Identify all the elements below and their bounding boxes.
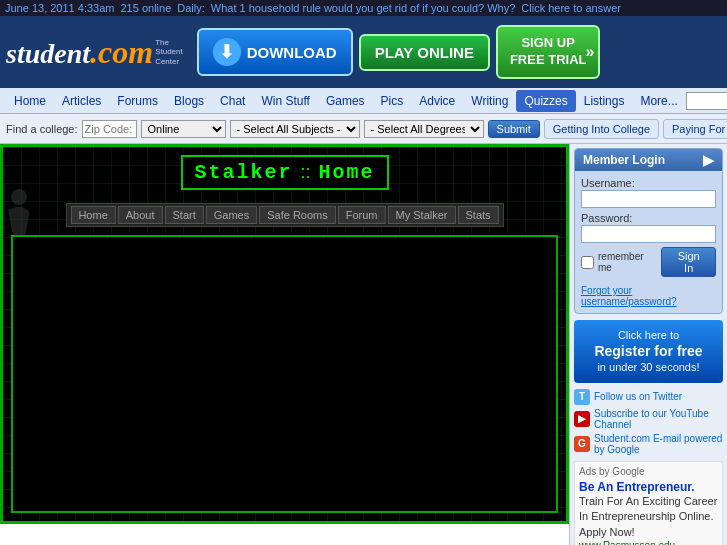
nav-blogs[interactable]: Blogs <box>166 90 212 112</box>
college-bar: Find a college: Online On Campus - Selec… <box>0 114 727 144</box>
download-label: DOWNLOAD <box>247 44 337 61</box>
mode-select[interactable]: Online On Campus <box>141 120 226 138</box>
game-nav-safe-rooms[interactable]: Safe Rooms <box>259 206 336 224</box>
game-nav-games[interactable]: Games <box>206 206 257 224</box>
password-input[interactable] <box>581 225 716 243</box>
member-login-header: Member Login ▶ <box>575 149 722 171</box>
game-nav-home[interactable]: Home <box>70 206 115 224</box>
nav-pics[interactable]: Pics <box>373 90 412 112</box>
game-title-left: Stalker <box>194 161 292 184</box>
google-link[interactable]: G Student.com E-mail powered by Google <box>574 433 723 455</box>
username-label: Username: <box>581 177 716 189</box>
social-links: T Follow us on Twitter ▶ Subscribe to ou… <box>574 389 723 455</box>
member-login-title: Member Login <box>583 153 665 167</box>
header: student.com TheStudentCenter ⬇ DOWNLOAD … <box>0 16 727 88</box>
signup-line2: FREE TRIAL <box>510 52 587 69</box>
nav-forums[interactable]: Forums <box>109 90 166 112</box>
ad-url: www.Rasmussen.edu <box>579 540 718 545</box>
signin-button[interactable]: Sign In <box>661 247 716 277</box>
game-area: Stalker :: Home Home About Start Games S… <box>0 144 569 524</box>
ad-title[interactable]: Be An Entrepreneur. <box>579 480 718 494</box>
submit-label: Submit <box>497 123 531 135</box>
download-button[interactable]: ⬇ DOWNLOAD <box>197 28 353 76</box>
daily-question: What 1 household rule would you get rid … <box>211 2 516 14</box>
logo-text: student.com <box>6 34 153 71</box>
youtube-text: Subscribe to our YouTube Channel <box>594 408 723 430</box>
ad-text: Train For An Exciting Career In Entrepre… <box>579 494 718 540</box>
google-text: Student.com E-mail powered by Google <box>594 433 723 455</box>
register-sub-text: in under 30 seconds! <box>582 360 715 374</box>
logo-tagline: TheStudentCenter <box>155 38 183 67</box>
game-nav-my-stalker[interactable]: My Stalker <box>388 206 456 224</box>
youtube-link[interactable]: ▶ Subscribe to our YouTube Channel <box>574 408 723 430</box>
game-nav-forum[interactable]: Forum <box>338 206 386 224</box>
game-nav-about[interactable]: About <box>118 206 163 224</box>
date-text: June 13, 2011 4:33am <box>5 2 114 14</box>
remember-checkbox[interactable] <box>581 256 594 269</box>
signup-line1: SIGN UP <box>510 35 587 52</box>
nav-advice[interactable]: Advice <box>411 90 463 112</box>
play-label: PLAY ONLINE <box>375 44 474 61</box>
register-click-text: Click here to <box>582 328 715 342</box>
game-title-bar: Stalker :: Home <box>180 155 388 190</box>
nav-quizzes[interactable]: Quizzes <box>516 90 575 112</box>
nav-articles[interactable]: Articles <box>54 90 109 112</box>
twitter-link[interactable]: T Follow us on Twitter <box>574 389 723 405</box>
youtube-icon: ▶ <box>574 411 590 427</box>
game-title-right: Home <box>319 161 375 184</box>
expand-icon[interactable]: ▶ <box>703 152 714 168</box>
logo-area: student.com TheStudentCenter <box>6 34 183 71</box>
register-main-text: Register for free <box>582 342 715 360</box>
twitter-icon: T <box>574 389 590 405</box>
member-login-panel: Member Login ▶ Username: Password: remem… <box>574 148 723 314</box>
forgot-link[interactable]: Forgot your username/password? <box>581 281 716 307</box>
play-online-button[interactable]: PLAY ONLINE <box>359 34 490 71</box>
top-bar: June 13, 2011 4:33am 215 online Daily: W… <box>0 0 727 16</box>
find-college-label: Find a college: <box>6 123 78 135</box>
online-count[interactable]: 215 online <box>120 2 171 14</box>
sidebar: Member Login ▶ Username: Password: remem… <box>569 144 727 545</box>
game-nav-stats[interactable]: Stats <box>458 206 499 224</box>
register-button[interactable]: Click here to Register for free in under… <box>574 320 723 383</box>
username-input[interactable] <box>581 190 716 208</box>
logo-dot: .com <box>90 34 153 70</box>
submit-button[interactable]: Submit <box>488 120 540 138</box>
signin-label: Sign In <box>678 250 700 274</box>
game-title-separator: :: <box>300 162 310 183</box>
password-label: Password: <box>581 212 716 224</box>
logo-student: student <box>6 38 90 69</box>
game-content <box>11 235 558 513</box>
click-to-answer-link[interactable]: Click here to answer <box>521 2 621 14</box>
svg-point-0 <box>11 189 27 205</box>
getting-into-college-link[interactable]: Getting Into College <box>544 119 659 139</box>
nav-chat[interactable]: Chat <box>212 90 253 112</box>
nav-search-input[interactable] <box>686 92 727 110</box>
content-wrapper: Stalker :: Home Home About Start Games S… <box>0 144 727 545</box>
zip-code-input[interactable] <box>82 120 137 138</box>
subject-select[interactable]: - Select All Subjects - <box>230 120 360 138</box>
nav-more[interactable]: More... <box>632 90 685 112</box>
ads-label: Ads by Google <box>579 466 718 477</box>
daily-label: Daily: <box>177 2 205 14</box>
nav-games[interactable]: Games <box>318 90 373 112</box>
nav-home[interactable]: Home <box>6 90 54 112</box>
google-icon: G <box>574 436 590 452</box>
nav-listings[interactable]: Listings <box>576 90 633 112</box>
game-sub-nav: Home About Start Games Safe Rooms Forum … <box>65 203 503 227</box>
remember-row: remember me Sign In <box>581 247 716 277</box>
login-body: Username: Password: remember me Sign In … <box>575 171 722 313</box>
ads-area: Ads by Google Be An Entrepreneur. Train … <box>574 461 723 545</box>
main-nav: Home Articles Forums Blogs Chat Win Stuf… <box>0 88 727 114</box>
signup-button[interactable]: SIGN UP FREE TRIAL <box>496 25 601 79</box>
download-arrow-icon: ⬇ <box>213 38 241 66</box>
twitter-text: Follow us on Twitter <box>594 391 682 402</box>
nav-writing[interactable]: Writing <box>463 90 516 112</box>
degree-select[interactable]: - Select All Degrees - <box>364 120 484 138</box>
remember-label: remember me <box>598 251 657 273</box>
nav-win-stuff[interactable]: Win Stuff <box>253 90 317 112</box>
paying-for-college-link[interactable]: Paying For College <box>663 119 727 139</box>
game-nav-start[interactable]: Start <box>165 206 204 224</box>
